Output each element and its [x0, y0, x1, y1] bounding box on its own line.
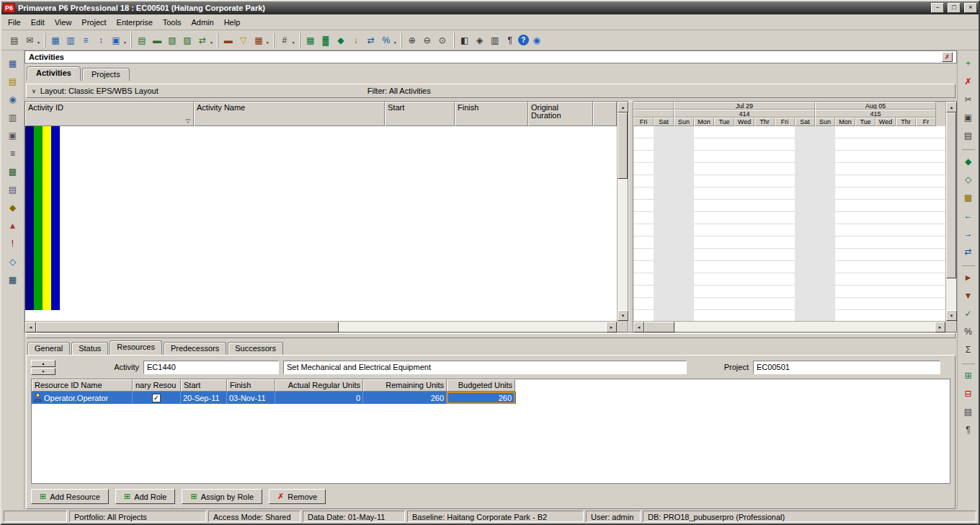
column-header-original-duration[interactable]: Original Duration — [528, 102, 593, 126]
zoom-out-icon[interactable]: ⊖ — [420, 33, 435, 48]
scroll-thumb[interactable] — [644, 322, 674, 332]
level-icon[interactable]: ▼ — [961, 288, 976, 302]
predecessors-icon[interactable]: ← — [961, 208, 976, 222]
zoom-fit-icon[interactable]: ⊙ — [435, 33, 450, 48]
trace-logic-icon[interactable]: ⇄ — [195, 33, 210, 48]
tab-projects[interactable]: Projects — [82, 68, 130, 81]
columns-icon[interactable]: ▥ — [63, 33, 78, 48]
thresholds-window-icon[interactable]: ▲ — [5, 219, 21, 232]
details-tab-general[interactable]: General — [27, 342, 70, 355]
menu-enterprise[interactable]: Enterprise — [112, 16, 158, 29]
schedule-icon[interactable]: ► — [961, 270, 976, 284]
resource-usage-icon[interactable]: ▨ — [180, 33, 195, 48]
level-resources-icon[interactable]: ↓ — [349, 33, 363, 48]
roles-icon[interactable]: ◇ — [961, 172, 976, 186]
mail-icon-caret[interactable]: ▼ — [37, 40, 40, 45]
activity-id-field[interactable]: EC1440 — [143, 361, 279, 374]
scroll-track[interactable] — [946, 278, 956, 310]
progress-icon-caret[interactable]: ▼ — [393, 40, 397, 45]
calendars-window-icon[interactable]: ▦ — [5, 273, 21, 286]
tracking-window-icon[interactable]: ▣ — [5, 128, 21, 142]
previous-record-button[interactable]: ▲ — [31, 360, 55, 367]
scroll-up-button[interactable]: ▲ — [618, 102, 628, 112]
spotlight-icon[interactable]: ◈ — [473, 33, 487, 48]
gantt-vscrollbar[interactable]: ▲ ▼ — [945, 102, 956, 321]
actual-regular-units-cell[interactable]: 0 — [275, 392, 363, 404]
column-header-finish[interactable]: Finish — [455, 102, 528, 126]
scroll-thumb[interactable] — [36, 322, 339, 332]
table-row[interactable] — [25, 249, 617, 261]
assign-resource-icon[interactable]: ⊞ — [961, 369, 976, 382]
line-numbers-icon-caret[interactable]: ▼ — [292, 40, 295, 45]
primary-resource-checkbox[interactable]: ✓ — [152, 394, 161, 402]
gantt-chart-icon[interactable]: ▬ — [150, 33, 164, 48]
link-activities-icon[interactable]: ⇄ — [364, 33, 378, 48]
details-tab-predecessors[interactable]: Predecessors — [164, 342, 226, 355]
tab-activities[interactable]: Activities — [27, 66, 81, 81]
bars-icon[interactable]: ▬ — [221, 33, 236, 48]
show-details-icon-caret[interactable]: ▼ — [123, 40, 127, 45]
menu-admin[interactable]: Admin — [186, 16, 218, 29]
scroll-thumb[interactable] — [946, 112, 956, 278]
resource-column-header-2[interactable]: Start — [181, 379, 227, 392]
minimize-button[interactable]: − — [931, 3, 944, 13]
project-id-field[interactable]: EC00501 — [753, 361, 940, 374]
menu-edit[interactable]: Edit — [26, 16, 50, 29]
group-icon[interactable]: ▦ — [251, 33, 266, 48]
paste-icon[interactable]: ▤ — [961, 128, 976, 142]
table-row[interactable] — [25, 298, 617, 310]
scroll-right-button[interactable]: ► — [606, 322, 617, 332]
trace-logic-icon-caret[interactable]: ▼ — [210, 40, 213, 45]
column-header-start[interactable]: Start — [385, 102, 455, 126]
scroll-up-button[interactable]: ▲ — [946, 102, 957, 112]
notebook-icon[interactable]: ▤ — [961, 405, 976, 418]
table-row[interactable] — [25, 175, 617, 188]
print-icon[interactable]: ▤ — [7, 33, 22, 48]
issues-window-icon[interactable]: ! — [5, 237, 21, 250]
close-button[interactable]: × — [964, 3, 977, 13]
resource-name-cell[interactable]: Operator.Operator — [32, 392, 133, 404]
details-tab-status[interactable]: Status — [71, 342, 108, 355]
resource-column-header-6[interactable]: Budgeted Units — [447, 379, 515, 392]
scroll-thumb[interactable] — [618, 112, 628, 179]
table-row[interactable] — [25, 138, 617, 151]
details-tab-resources[interactable]: Resources — [110, 340, 162, 355]
reports-window-icon[interactable]: ▥ — [5, 110, 21, 124]
menu-help[interactable]: Help — [219, 16, 246, 29]
assign-resources-icon[interactable]: ◆ — [334, 33, 348, 48]
resource-column-header-3[interactable]: Finish — [227, 379, 275, 392]
scroll-left-button[interactable]: ◄ — [633, 322, 644, 332]
next-record-button[interactable]: ▼ — [31, 368, 55, 375]
table-row[interactable] — [25, 126, 617, 138]
activity-codes-icon[interactable]: ▦ — [961, 190, 976, 204]
show-details-icon[interactable]: ▣ — [109, 33, 123, 48]
help-icon[interactable]: ? — [518, 35, 529, 45]
summarize-icon[interactable]: Σ — [961, 343, 976, 356]
columns-small-icon[interactable]: ▥ — [488, 33, 502, 48]
resource-column-header-5[interactable]: Remaining Units — [363, 379, 447, 392]
expenses-window-icon[interactable]: ◆ — [5, 200, 21, 214]
remove-button[interactable]: ✗Remove — [269, 489, 326, 504]
scroll-track[interactable] — [618, 179, 628, 310]
assignments-window-icon[interactable]: ▩ — [5, 164, 21, 178]
activity-name-field[interactable]: Set Mechanical and Electrical Equipment — [283, 361, 687, 374]
maximize-button[interactable]: □ — [948, 3, 961, 13]
feedback-icon[interactable]: ¶ — [961, 423, 976, 436]
close-view-button[interactable]: ✗ — [942, 52, 953, 62]
activities-window-icon[interactable]: ▦ — [5, 56, 21, 70]
assign-by-role-button[interactable]: ⊞Assign by Role — [182, 489, 262, 504]
usage-spreadsheet-icon[interactable]: ▦ — [303, 33, 318, 48]
resources-icon[interactable]: ◆ — [961, 154, 976, 168]
scroll-track[interactable] — [674, 322, 935, 332]
primary-resource-cell[interactable]: ✓ — [133, 392, 181, 404]
activity-usage-icon[interactable]: ▧ — [165, 33, 179, 48]
menu-file[interactable]: File — [3, 16, 26, 29]
add-resource-button[interactable]: ⊞Add Resource — [31, 489, 109, 504]
add-icon[interactable]: + — [961, 56, 976, 70]
gantt-body[interactable] — [633, 126, 945, 321]
successors-icon[interactable]: → — [961, 226, 976, 240]
add-role-button[interactable]: ⊞Add Role — [115, 489, 175, 504]
column-header-activity-name[interactable]: Activity Name — [194, 102, 385, 126]
filters-icon[interactable]: ▽ — [236, 33, 251, 48]
column-header-activity-id[interactable]: Activity ID▽ — [25, 102, 194, 126]
